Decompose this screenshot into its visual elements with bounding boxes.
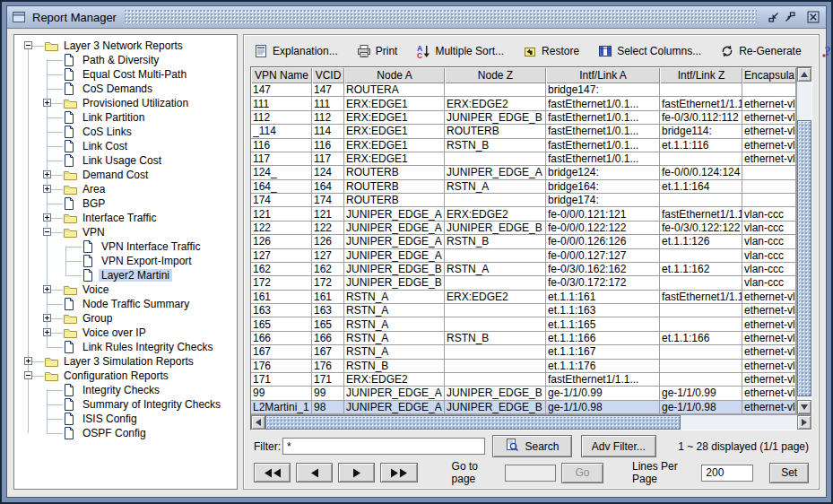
adv-filter-button[interactable]: Adv Filter... <box>581 435 657 457</box>
column-header[interactable]: VPN Name <box>251 67 312 83</box>
column-header[interactable]: Intf/Link A <box>546 67 660 83</box>
horizontal-scrollbar[interactable] <box>251 414 811 430</box>
table-row[interactable]: 166166RSTN_ARSTN_Bet.1.1:166et.1.1:166et… <box>251 332 796 345</box>
table-row[interactable]: 164_164ROUTERBRSTN_Abridge164:et.1.1:164 <box>251 180 796 194</box>
scroll-right-button[interactable] <box>797 415 811 430</box>
expand-toggle-icon[interactable] <box>43 213 51 222</box>
restore-button[interactable]: Restore <box>523 44 579 58</box>
search-button[interactable]: Search <box>492 435 571 457</box>
tree-item[interactable]: Group <box>39 311 237 326</box>
table-row[interactable]: 122122JUNIPER_EDGE_AJUNIPER_EDGE_Bfe-0/0… <box>251 222 796 235</box>
go-button[interactable]: Go <box>561 463 603 483</box>
set-button[interactable]: Set <box>769 463 809 483</box>
next-page-button[interactable] <box>338 463 375 482</box>
tree-item[interactable]: Link Rules Integrity Checks <box>39 340 237 354</box>
filter-input[interactable] <box>282 438 485 455</box>
collapse-toggle-icon[interactable] <box>24 41 32 49</box>
tree-item[interactable]: Voice <box>39 282 237 297</box>
scroll-up-button[interactable] <box>797 67 811 82</box>
collapse-toggle-icon[interactable] <box>24 371 32 379</box>
table-row[interactable]: 121121JUNIPER_EDGE_AERX:EDGE2fe-0/0/0.12… <box>251 207 796 221</box>
tree-item[interactable]: Layer 3 Network Reports <box>20 39 237 53</box>
table-row[interactable]: 112112ERX:EDGE1JUNIPER_EDGE_BfastEtherne… <box>251 111 796 125</box>
tree-item[interactable]: Layer 3 Simulation Reports <box>20 354 237 369</box>
tree-item[interactable]: ISIS Config <box>39 412 237 426</box>
expand-toggle-icon[interactable] <box>43 185 51 193</box>
expand-toggle-icon[interactable] <box>43 285 51 293</box>
tree-item[interactable]: BGP <box>39 196 237 211</box>
tree-item[interactable]: OSPF Config <box>39 426 237 440</box>
table-row[interactable]: _114114ERX:EDGE1ROUTERBfastEthernet1/0.1… <box>251 125 796 138</box>
column-header[interactable]: Node A <box>344 67 445 83</box>
multiple-sort-button[interactable]: ACMultiple Sort... <box>416 44 504 58</box>
lines-per-page-input[interactable] <box>701 465 753 482</box>
tree-item[interactable]: Interface Traffic <box>39 211 237 225</box>
print-button[interactable]: Print <box>357 44 398 58</box>
tree-item[interactable]: Node Traffic Summary <box>39 297 237 311</box>
maximize-button[interactable] <box>782 9 798 25</box>
tree-item[interactable]: Summary of Integrity Checks <box>39 397 237 412</box>
first-page-button[interactable] <box>254 463 291 482</box>
expand-toggle-icon[interactable] <box>43 99 51 107</box>
iconify-button[interactable] <box>766 9 782 25</box>
table-row[interactable]: 176176RSTN_Bet.1.1:176ethernet-vlan <box>251 360 796 373</box>
column-header[interactable]: Node Z <box>445 67 546 83</box>
tree-item[interactable]: Area <box>39 182 237 196</box>
table-row[interactable]: 126126JUNIPER_EDGE_ARSTN_Bfe-0/0/0.126:1… <box>251 235 796 248</box>
tree-item[interactable]: Path & Diversity <box>39 53 237 67</box>
table-row[interactable]: 165165RSTN_Aet.1.1:165ethernet-vlan <box>251 317 796 331</box>
goto-page-input[interactable] <box>505 465 556 482</box>
tree-item[interactable]: Link Partition <box>39 110 237 125</box>
scroll-down-button[interactable] <box>797 400 811 414</box>
table-row[interactable]: 162162JUNIPER_EDGE_BRSTN_Afe-0/3/0.162:1… <box>251 263 796 276</box>
tree-item[interactable]: Provisioned Utilization <box>39 96 237 110</box>
table-row[interactable]: 124_124ROUTERBJUNIPER_EDGE_Abridge124:fe… <box>251 166 796 179</box>
table-row[interactable]: 9999JUNIPER_EDGE_AJUNIPER_EDGE_Bge-1/1/0… <box>251 387 796 400</box>
column-header[interactable]: VCID <box>312 67 344 83</box>
column-header[interactable]: Encapsula <box>742 67 796 83</box>
table-row[interactable]: 111111ERX:EDGE1ERX:EDGE2fastEthernet1/0.… <box>251 97 796 110</box>
re-generate-button[interactable]: Re-Generate <box>720 44 801 58</box>
table-row[interactable]: 171171ERX:EDGE2fastEthernet1/1.1...ether… <box>251 373 796 387</box>
scroll-left-button[interactable] <box>251 415 265 430</box>
tree-item[interactable]: Layer2 Martini <box>57 268 237 282</box>
tree-item[interactable]: Equal Cost Multi-Path <box>39 67 237 82</box>
table-row[interactable]: 161161RSTN_AERX:EDGE2et.1.1:161fastEther… <box>251 291 796 304</box>
tree-item[interactable]: Link Usage Cost <box>39 153 237 168</box>
select-columns-button[interactable]: Select Columns... <box>598 44 701 58</box>
title-bar[interactable]: Report Manager <box>7 6 826 29</box>
last-page-button[interactable] <box>380 463 417 482</box>
tree-item[interactable]: CoS Links <box>39 125 237 139</box>
expand-toggle-icon[interactable] <box>43 314 51 322</box>
table-row[interactable]: 172172JUNIPER_EDGE_Bfe-0/3/0.172:172vlan… <box>251 276 796 290</box>
close-button[interactable] <box>805 9 821 25</box>
table-row[interactable]: 174174ROUTERBbridge174: <box>251 194 796 207</box>
expand-toggle-icon[interactable] <box>43 170 51 178</box>
table-row[interactable]: 116116ERX:EDGE1RSTN_BfastEthernet1/0.1..… <box>251 139 796 152</box>
help-button[interactable]: ?Help <box>820 44 833 58</box>
tree-item[interactable]: CoS Demands <box>39 82 237 96</box>
tree-item[interactable]: Voice over IP <box>39 326 237 340</box>
table-row[interactable]: 147147ROUTERAbridge147: <box>251 83 796 97</box>
vertical-scrollbar-thumb[interactable] <box>797 120 811 397</box>
tree-item[interactable]: Configuration Reports <box>20 369 237 383</box>
tree-item[interactable]: VPN Interface Traffic <box>57 239 237 254</box>
expand-toggle-icon[interactable] <box>43 328 51 336</box>
tree-item[interactable]: Demand Cost <box>39 168 237 182</box>
tree-item[interactable]: VPN <box>39 225 237 239</box>
tree-item[interactable]: VPN Export-Import <box>57 254 237 268</box>
tree-item[interactable]: Integrity Checks <box>39 383 237 397</box>
table-row[interactable]: 117117ERX:EDGE1fastEthernet1/0.1...ether… <box>251 152 796 166</box>
table-row[interactable]: 163163RSTN_Aet.1.1:163ethernet-vlan <box>251 304 796 317</box>
vertical-scrollbar[interactable] <box>796 67 811 414</box>
expand-toggle-icon[interactable] <box>24 357 32 365</box>
prev-page-button[interactable] <box>296 463 333 482</box>
table-row[interactable]: L2Martini_198JUNIPER_EDGE_AJUNIPER_EDGE_… <box>251 401 796 414</box>
horizontal-scrollbar-thumb[interactable] <box>265 415 681 430</box>
table-row[interactable]: 167167RSTN_Aet.1.1:167ethernet-vlan <box>251 345 796 359</box>
collapse-toggle-icon[interactable] <box>43 228 51 236</box>
table-row[interactable]: 127127JUNIPER_EDGE_Afe-0/0/0.127:127vlan… <box>251 249 796 263</box>
explanation-button[interactable]: Explanation... <box>254 44 338 58</box>
column-header[interactable]: Intf/Link Z <box>660 67 742 83</box>
tree-item[interactable]: Link Cost <box>39 139 237 153</box>
